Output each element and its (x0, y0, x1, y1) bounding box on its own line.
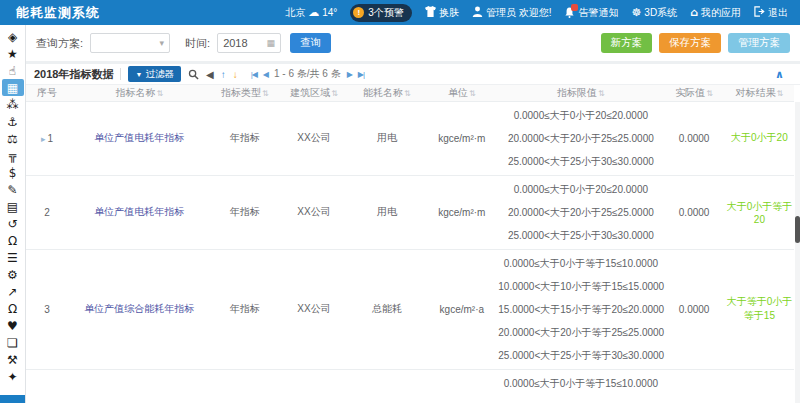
limit-line: 20.0000<大于20小于25≤25.0000 (498, 127, 663, 150)
cell-type: 年指标 (210, 101, 279, 175)
anchor-icon[interactable]: ⚓ (2, 113, 24, 130)
column-header-6[interactable]: 指标限值⇅ (498, 85, 663, 101)
history-icon[interactable]: ↺ (2, 215, 24, 232)
vertical-scrollbar[interactable] (795, 102, 800, 403)
indicator-name-link[interactable]: 单位产值电耗年指标 (94, 132, 184, 143)
column-header-4[interactable]: 能耗名称⇅ (349, 85, 426, 101)
line-chart-icon[interactable]: ↗ (2, 283, 24, 300)
column-header-7[interactable]: 实际值⇅ (663, 85, 724, 101)
report-icon[interactable]: ▦ (2, 79, 24, 96)
cell-area: XX公司 (279, 175, 348, 249)
scrollbar-thumb[interactable] (795, 216, 800, 243)
scheme-select[interactable]: ▾ (90, 33, 170, 53)
column-header-1[interactable]: 指标名称⇅ (68, 85, 210, 101)
query-button[interactable]: 查询 (290, 33, 331, 53)
edit-icon[interactable]: ✎ (2, 181, 24, 198)
3d-system-button[interactable]: ☸ 3D系统 (631, 6, 677, 20)
cell-name: 单位产值电耗年指标 (68, 101, 210, 175)
cell-result: 大于等于0小于等于15 (725, 249, 794, 369)
skin-change-button[interactable]: 换肤 (425, 6, 459, 20)
clear-filter-icon[interactable]: ◀ (206, 69, 214, 80)
cell-result: 大于0小于20 (725, 101, 794, 175)
limit-line: 20.0000<大于20小于25≤25.0000 (498, 201, 663, 224)
manage-scheme-button[interactable]: 管理方案 (728, 33, 790, 53)
limit-line: 0.0000≤大于0小于等于15≤10.0000 (498, 252, 663, 275)
gear-icon[interactable]: ⚙ (2, 266, 24, 283)
table-row[interactable]: ▸1 单位产值电耗年指标 年指标 XX公司 用电 kgce/m²·m 0.000… (26, 101, 794, 175)
limit-line: 25.0000<大于25小于30≤30.0000 (498, 224, 663, 247)
balance-scale-icon[interactable]: ⚖ (2, 130, 24, 147)
cell-energy: 用电 (349, 101, 426, 175)
cell-unit: kgce/m²·m (425, 175, 498, 249)
move-up-icon[interactable]: ↑ (221, 69, 226, 80)
filter-button[interactable]: ▼ 过滤器 (128, 66, 180, 82)
column-header-3[interactable]: 建筑区域⇅ (279, 85, 348, 101)
cell-limits: 0.0000≤大于0小于20≤20.000020.0000<大于20小于25≤2… (498, 101, 663, 175)
shirt-icon (425, 6, 436, 19)
new-scheme-button[interactable]: 新方案 (601, 33, 653, 53)
query-panel: 查询方案: ▾ 时间: 2018 ▦ 查询 新方案 保存方案 管理方案 (26, 25, 800, 61)
table-toolbar: 2018年指标数据 ▼ 过滤器 ◀ ↑ ↓ |◀ ◀ 1 - 6 条/共 6 条… (26, 64, 800, 85)
indicator-name-link[interactable]: 单位产值电耗年指标 (94, 206, 184, 217)
table-title: 2018年指标数据 (34, 67, 113, 82)
logout-button[interactable]: 退出 (754, 6, 788, 20)
first-page-button[interactable]: |◀ (251, 70, 257, 79)
cell-type: 年指标 (210, 175, 279, 249)
cell-area: XX公司 (279, 249, 348, 369)
time-input[interactable]: 2018 ▦ (217, 33, 281, 53)
cloud-icon: ☁ (308, 7, 319, 18)
my-apps-button[interactable]: ⌂ 我的应用 (690, 6, 741, 20)
sitemap-icon[interactable]: ╦ (2, 147, 24, 164)
heart-pulse-icon[interactable]: ♥ (2, 317, 24, 334)
main-content: 查询方案: ▾ 时间: 2018 ▦ 查询 新方案 保存方案 管理方案 2018… (26, 25, 800, 403)
funnel-icon: ▼ (135, 71, 142, 78)
file-icon[interactable]: ❏ (2, 334, 24, 351)
alarm-bell-icon[interactable]: Ω (2, 300, 24, 317)
header-right: 北京 ☁ 14° ! 3个预警 换肤 管理员 欢迎您! 告警通知 ☸ 3D系统 (285, 4, 788, 22)
warning-icon: ! (353, 7, 364, 18)
prev-page-button[interactable]: ◀ (263, 70, 268, 79)
user-menu[interactable]: 管理员 欢迎您! (472, 6, 552, 20)
3d-wheel-icon: ☸ (631, 7, 641, 18)
table-row[interactable]: ▸2 单位产值电耗年指标 年指标 XX公司 用电 kgce/m²·m 0.000… (26, 175, 794, 249)
alarm-pill[interactable]: ! 3个预警 (350, 4, 412, 22)
limit-line: 0.0000≤大于0小于20≤20.0000 (498, 104, 663, 127)
sort-icon: ⇅ (331, 89, 338, 98)
pagination-text: 1 - 6 条/共 6 条 (274, 67, 341, 81)
wrench-icon[interactable]: ⚒ (2, 351, 24, 368)
menu-list-icon[interactable]: ☰ (2, 249, 24, 266)
cell-actual (663, 369, 724, 397)
column-header-8[interactable]: 对标结果⇅ (725, 85, 794, 101)
search-icon[interactable] (188, 69, 199, 80)
calendar-icon: ▦ (267, 38, 276, 48)
shield-icon[interactable]: ◈ (2, 28, 24, 45)
money-icon[interactable]: $ (2, 164, 24, 181)
indicator-name-link[interactable]: 单位产值综合能耗年指标 (84, 303, 194, 314)
filter-button-label: 过滤器 (145, 68, 174, 81)
table-row[interactable]: ▸3 单位产值综合能耗年指标 年指标 XX公司 总能耗 kgce/m²·a 0.… (26, 249, 794, 369)
move-down-icon[interactable]: ↓ (233, 69, 238, 80)
table-row[interactable]: ▸ 0.0000≤大于0小于等于15≤10.0000 (26, 369, 794, 397)
next-page-button[interactable]: ▶ (347, 70, 352, 79)
user-icon (472, 6, 483, 19)
star-icon[interactable]: ★ (2, 45, 24, 62)
cell-area: XX公司 (279, 101, 348, 175)
home-icon: ⌂ (690, 7, 698, 18)
weather-widget: 北京 ☁ 14° (285, 6, 337, 20)
column-header-0[interactable]: 序号 (26, 85, 68, 101)
column-header-5[interactable]: 单位⇅ (425, 85, 498, 101)
column-header-2[interactable]: 指标类型⇅ (210, 85, 279, 101)
hand-pointer-icon[interactable]: ☝ (2, 62, 24, 79)
last-page-button[interactable]: ▶| (358, 70, 364, 79)
tag-icon[interactable]: ✦ (2, 368, 24, 385)
share-nodes-icon[interactable]: ⁂ (2, 96, 24, 113)
collapse-panel-icon[interactable]: ∧ (775, 68, 784, 81)
alarm-notice-button[interactable]: 告警通知 (564, 6, 618, 20)
save-scheme-button[interactable]: 保存方案 (659, 33, 721, 53)
cell-name: 单位产值综合能耗年指标 (68, 249, 210, 369)
cell-energy: 总能耗 (349, 249, 426, 369)
bell-outline-icon[interactable]: Ω (2, 232, 24, 249)
cell-type (210, 369, 279, 397)
cell-actual: 0.0000 (663, 249, 724, 369)
document-icon[interactable]: ▤ (2, 198, 24, 215)
